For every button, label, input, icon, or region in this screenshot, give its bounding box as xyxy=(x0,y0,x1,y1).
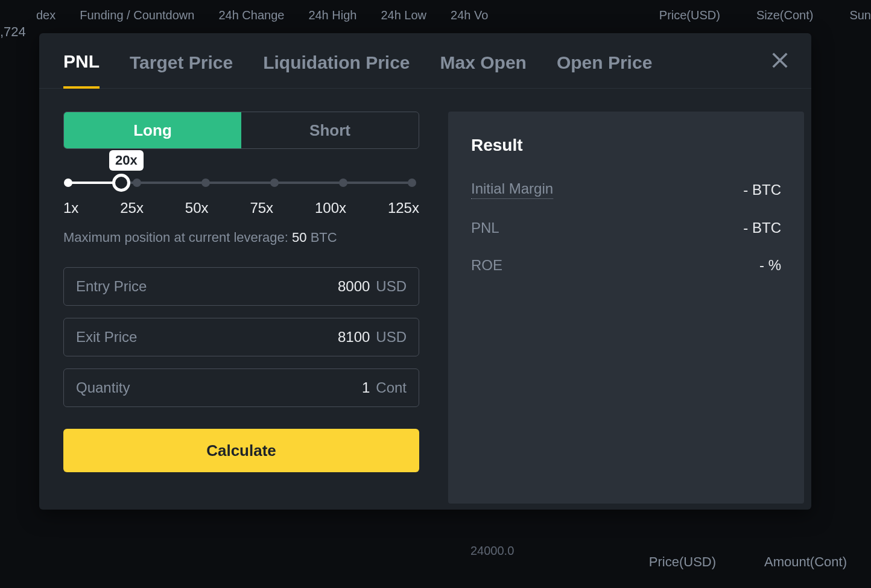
leverage-note: Maximum position at current leverage: 50… xyxy=(63,230,419,245)
lev-tick: 125x xyxy=(388,200,419,217)
bg-col: 24h Low xyxy=(381,8,426,22)
tab-pnl[interactable]: PNL xyxy=(63,51,100,89)
result-row-margin: Initial Margin - BTC xyxy=(471,180,781,199)
result-row-roe: ROE - % xyxy=(471,257,781,274)
leverage-thumb[interactable] xyxy=(112,174,130,192)
quantity-input[interactable] xyxy=(273,379,370,396)
quantity-unit: Cont xyxy=(376,379,407,396)
lev-tick: 75x xyxy=(250,200,273,217)
result-label-pnl: PNL xyxy=(471,220,499,236)
exit-price-unit: USD xyxy=(376,329,407,346)
quantity-row[interactable]: Quantity Cont xyxy=(63,368,419,407)
result-row-pnl: PNL - BTC xyxy=(471,220,781,236)
result-title: Result xyxy=(471,136,781,155)
bg-price-tick: 24000.0 xyxy=(470,544,514,558)
bg-col: 24h Change xyxy=(218,8,284,22)
leverage-tick-labels: 1x 25x 50x 75x 100x 125x xyxy=(63,200,419,217)
tab-liquidation-price[interactable]: Liquidation Price xyxy=(263,52,410,87)
bg-col: Price(USD) xyxy=(659,8,720,22)
bg-price-frag: ,724 xyxy=(0,24,26,40)
quantity-label: Quantity xyxy=(76,379,130,396)
background-top-row: dex Funding / Countdown 24h Change 24h H… xyxy=(0,0,871,30)
result-label-roe: ROE xyxy=(471,257,502,274)
lev-note-unit: BTC xyxy=(307,230,337,245)
lev-note-value: 50 xyxy=(292,230,306,245)
background-bottom: 24000.0 Price(USD) Amount(Cont) xyxy=(0,516,871,588)
close-icon[interactable] xyxy=(770,50,790,71)
short-button[interactable]: Short xyxy=(241,112,419,148)
input-panel: Long Short 20x 1x 25x xyxy=(63,112,419,504)
bg-col: Size(Cont) xyxy=(756,8,813,22)
exit-price-input[interactable] xyxy=(273,329,370,346)
bg-col: 24h High xyxy=(308,8,356,22)
calculator-modal: PNL Target Price Liquidation Price Max O… xyxy=(39,33,811,510)
lev-tick: 25x xyxy=(120,200,144,217)
tab-target-price[interactable]: Target Price xyxy=(130,52,233,87)
result-value-margin: - BTC xyxy=(743,182,781,198)
entry-price-label: Entry Price xyxy=(76,278,147,295)
result-value-roe: - % xyxy=(759,257,781,274)
bg-col: Sun xyxy=(849,8,871,22)
lev-tick: 1x xyxy=(63,200,78,217)
leverage-value-badge: 20x xyxy=(109,150,144,171)
result-panel: Result Initial Margin - BTC PNL - BTC RO… xyxy=(448,112,804,504)
lev-note-text: Maximum position at current leverage: xyxy=(63,230,292,245)
bg-col: 24h Vo xyxy=(451,8,488,22)
bg-col: Price(USD) xyxy=(649,554,716,570)
side-toggle: Long Short xyxy=(63,112,419,149)
exit-price-label: Exit Price xyxy=(76,329,137,346)
entry-price-input[interactable] xyxy=(273,278,370,295)
tab-bar: PNL Target Price Liquidation Price Max O… xyxy=(39,33,811,89)
entry-price-row[interactable]: Entry Price USD xyxy=(63,267,419,306)
leverage-slider[interactable]: 20x 1x 25x 50x 75x 100x xyxy=(63,177,419,245)
lev-tick: 50x xyxy=(185,200,209,217)
long-button[interactable]: Long xyxy=(64,112,241,148)
result-value-pnl: - BTC xyxy=(743,220,781,236)
tab-max-open[interactable]: Max Open xyxy=(440,52,527,87)
bg-col: Amount(Cont) xyxy=(764,554,847,570)
bg-col: dex xyxy=(36,8,55,22)
exit-price-row[interactable]: Exit Price USD xyxy=(63,318,419,356)
result-label-margin: Initial Margin xyxy=(471,180,553,199)
bg-col: Funding / Countdown xyxy=(80,8,194,22)
calculate-button[interactable]: Calculate xyxy=(63,429,419,472)
lev-tick: 100x xyxy=(315,200,346,217)
entry-price-unit: USD xyxy=(376,278,407,295)
tab-open-price[interactable]: Open Price xyxy=(557,52,652,87)
